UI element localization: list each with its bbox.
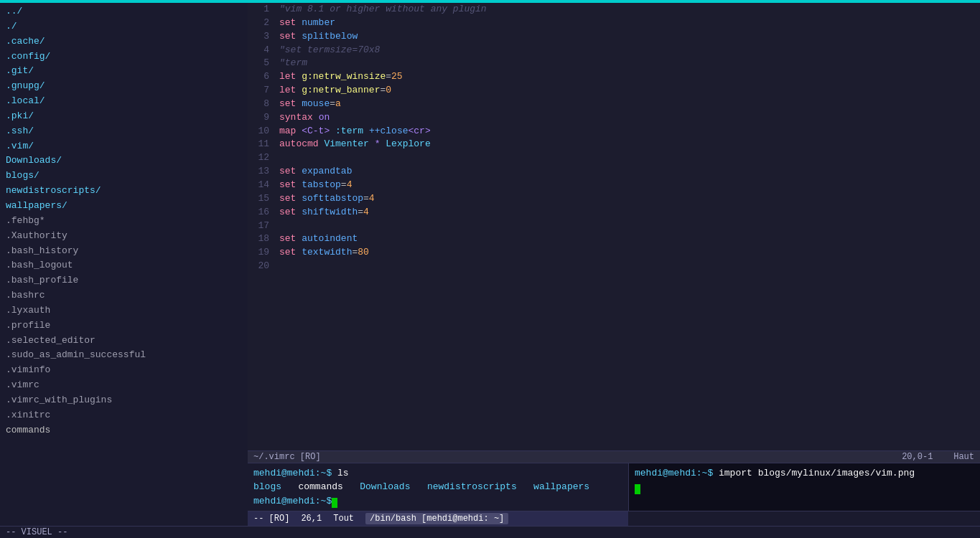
- code-line: set shiftwidth=4: [279, 206, 974, 220]
- file-tree-item[interactable]: .vimrc: [0, 378, 248, 393]
- terminal-output-blogs: blogs: [253, 481, 281, 492]
- file-tree-item[interactable]: .vimrc_with_plugins: [0, 393, 248, 408]
- code-line: [279, 260, 974, 273]
- file-tree-item[interactable]: .pki/: [0, 109, 248, 124]
- code-line: [279, 151, 974, 165]
- code-line: set textwidth=80: [279, 246, 974, 260]
- editor-filename: ~/.vimrc [RO]: [253, 452, 321, 462]
- code-line: let g:netrw_winsize=25: [279, 70, 974, 84]
- terminal-panel[interactable]: mehdi@mehdi:~$ ls blogs commands Downloa…: [248, 463, 628, 511]
- terminal-cmd: ls: [332, 468, 348, 478]
- bottom-bars: -- [RO] 26,1 Tout /bin/bash [mehdi@mehdi…: [248, 511, 980, 526]
- status-bar-left: -- [RO] 26,1 Tout /bin/bash [mehdi@mehdi…: [248, 511, 628, 526]
- terminal-mini-cursor-line: [635, 480, 974, 494]
- file-tree-item[interactable]: .fehbg*: [0, 214, 248, 229]
- terminal-prompt2-line: mehdi@mehdi:~$: [253, 494, 622, 509]
- status-ro: -- [RO]: [253, 514, 289, 524]
- file-tree-item[interactable]: .bash_logout: [0, 258, 248, 273]
- file-tree-item[interactable]: .git/: [0, 64, 248, 79]
- terminal-output-commands: commands: [298, 481, 342, 492]
- file-tree-panel: ../ ./ .cache/ .config/ .git/ .gnupg/ .l…: [0, 3, 248, 526]
- file-tree-item[interactable]: .sudo_as_admin_successful: [0, 348, 248, 363]
- file-tree-item[interactable]: newdistroscripts/: [0, 184, 248, 199]
- terminal-main: mehdi@mehdi:~$ ls blogs commands Downloa…: [248, 463, 980, 511]
- file-tree-item[interactable]: .vim/: [0, 139, 248, 154]
- code-line: set tabstop=4: [279, 179, 974, 192]
- code-line: set mouse=a: [279, 98, 974, 111]
- terminal-output-downloads: Downloads: [360, 481, 410, 492]
- file-tree-item[interactable]: .ssh/: [0, 124, 248, 139]
- code-line: map <C-t> :term ++close<cr>: [279, 125, 974, 138]
- code-line: "term: [279, 57, 974, 70]
- terminal-mini-cursor: [635, 484, 640, 494]
- status-filepath: /bin/bash [mehdi@mehdi: ~]: [365, 513, 508, 524]
- code-line: "set termsize=70x8: [279, 44, 974, 57]
- terminal-mini-command: import blogs/mylinux/images/vim.png: [713, 468, 915, 478]
- editor-area: 12345 678910 1112131415 1617181920 "vim …: [248, 3, 980, 463]
- file-tree-item[interactable]: blogs/: [0, 169, 248, 184]
- file-tree-item[interactable]: wallpapers/: [0, 199, 248, 214]
- code-line: set autoindent: [279, 232, 974, 246]
- terminal-cursor: [332, 498, 337, 508]
- terminal-mini-cmd: mehdi@mehdi:~$ import blogs/mylinux/imag…: [635, 466, 974, 481]
- file-tree-item[interactable]: .local/: [0, 94, 248, 109]
- file-tree-item[interactable]: .viminfo: [0, 363, 248, 378]
- code-line: set splitbelow: [279, 30, 974, 44]
- terminal-ls-output: blogs commands Downloads newdistroscript…: [253, 480, 622, 494]
- terminal-prompt: mehdi@mehdi:~$: [253, 468, 332, 478]
- editor-status-bar: ~/.vimrc [RO] 20,0-1 Haut: [248, 450, 980, 463]
- line-numbers: 12345 678910 1112131415 1617181920: [248, 3, 274, 450]
- terminal-section: mehdi@mehdi:~$ ls blogs commands Downloa…: [248, 463, 980, 527]
- file-tree-item[interactable]: .Xauthority: [0, 229, 248, 244]
- file-tree-item[interactable]: .cache/: [0, 34, 248, 49]
- file-tree-item-downloads[interactable]: Downloads/: [0, 154, 248, 169]
- file-tree-item[interactable]: .lyxauth: [0, 303, 248, 318]
- terminal-output-newdistro: newdistroscripts: [427, 481, 517, 492]
- file-tree-item[interactable]: commands: [0, 423, 248, 438]
- editor-position: 20,0-1 Haut: [902, 452, 974, 462]
- status-scroll: Tout: [333, 514, 354, 524]
- code-line: [279, 220, 974, 233]
- code-line: "vim 8.1 or higher without any plugin: [279, 3, 974, 16]
- file-tree-item[interactable]: ./: [0, 19, 248, 34]
- file-tree-item[interactable]: .bash_history: [0, 244, 248, 259]
- terminal-ls-command: mehdi@mehdi:~$ ls: [253, 466, 622, 481]
- code-line: set number: [279, 16, 974, 30]
- visual-mode-bar: -- VISUEL --: [0, 526, 980, 538]
- file-tree-item[interactable]: .bashrc: [0, 288, 248, 303]
- file-tree-item[interactable]: .gnupg/: [0, 79, 248, 94]
- editor-content: 12345 678910 1112131415 1617181920 "vim …: [248, 3, 980, 450]
- status-position: 26,1: [301, 514, 322, 524]
- file-tree-item[interactable]: .xinitrc: [0, 408, 248, 423]
- status-bar-right: [628, 511, 980, 526]
- right-panel: 12345 678910 1112131415 1617181920 "vim …: [248, 3, 980, 526]
- code-line: syntax on: [279, 111, 974, 125]
- file-tree-item[interactable]: .selected_editor: [0, 334, 248, 349]
- code-line: let g:netrw_banner=0: [279, 84, 974, 98]
- code-line: set softtabstop=4: [279, 192, 974, 206]
- file-tree-item[interactable]: .config/: [0, 49, 248, 65]
- file-tree-item[interactable]: .profile: [0, 318, 248, 334]
- file-tree-item[interactable]: ../: [0, 4, 248, 19]
- visual-mode-label: -- VISUEL --: [6, 527, 67, 537]
- code-line: set expandtab: [279, 165, 974, 179]
- main-area: ../ ./ .cache/ .config/ .git/ .gnupg/ .l…: [0, 3, 980, 526]
- code-area[interactable]: "vim 8.1 or higher without any plugin se…: [274, 3, 980, 450]
- file-tree-item[interactable]: .bash_profile: [0, 273, 248, 288]
- terminal-mini-panel[interactable]: mehdi@mehdi:~$ import blogs/mylinux/imag…: [628, 463, 980, 511]
- terminal-mini-prompt: mehdi@mehdi:~$: [635, 468, 713, 478]
- code-line: autocmd Vimenter * Lexplore: [279, 138, 974, 151]
- terminal-output-wallpapers: wallpapers: [533, 481, 589, 492]
- terminal-prompt2: mehdi@mehdi:~$: [253, 496, 332, 506]
